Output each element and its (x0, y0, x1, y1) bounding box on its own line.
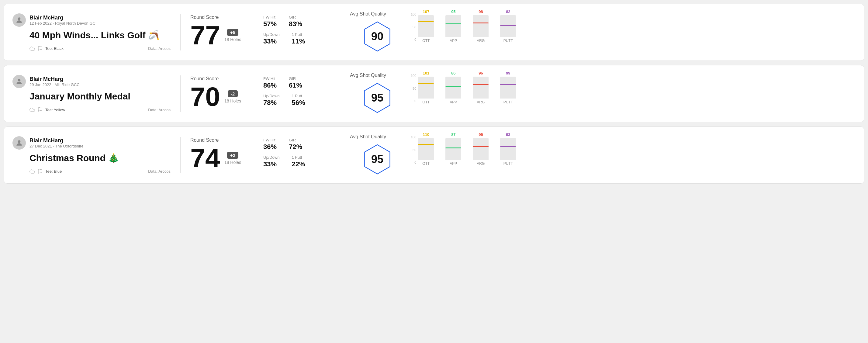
divider-1 (180, 137, 181, 173)
round-card: Blair McHarg 12 Feb 2022 · Royal North D… (4, 4, 864, 61)
y-label-50: 50 (411, 25, 416, 29)
stat-row-top: FW Hit 86% GIR 61% (263, 76, 330, 89)
bar-chart: 101 OTT 86 APP 96 ARG 99 (418, 74, 516, 104)
quality-score: 95 (371, 153, 383, 166)
stat-updown: Up/Down 33% (263, 32, 279, 45)
bar-group-ott: 107 OTT (418, 9, 434, 43)
svg-point-0 (18, 17, 21, 20)
bar-value: 101 (423, 71, 430, 75)
fw-hit-value: 57% (263, 20, 277, 28)
bar-track (473, 76, 489, 98)
fw-hit-label: FW Hit (263, 15, 277, 20)
round-title: January Monthly Medal (30, 91, 170, 101)
y-label-50: 50 (411, 148, 416, 152)
y-label-0: 0 (411, 99, 416, 103)
bar-value: 99 (506, 71, 510, 75)
user-name: Blair McHarg (30, 137, 84, 144)
bar-label: ARG (477, 161, 485, 166)
y-label-50: 50 (411, 87, 416, 90)
y-label-0: 0 (411, 161, 416, 164)
user-date: 12 Feb 2022 · Royal North Devon GC (30, 21, 95, 26)
quality-section: Avg Shot Quality 95 (350, 73, 405, 115)
tee-info: Tee: Yellow (30, 107, 65, 113)
bar-label: APP (450, 100, 457, 104)
oneputt-label: 1 Putt (291, 32, 305, 37)
updown-label: Up/Down (263, 155, 279, 160)
oneputt-label: 1 Putt (291, 155, 305, 160)
user-row: Blair McHarg 29 Jan 2022 · Mill Ride GCC (12, 75, 170, 88)
left-section: Blair McHarg 27 Dec 2021 · The Oxfordshi… (12, 136, 170, 174)
bar-group-app: 87 APP (445, 132, 461, 166)
bar-track (418, 138, 434, 160)
left-section: Blair McHarg 12 Feb 2022 · Royal North D… (12, 13, 170, 52)
bar-track (473, 15, 489, 37)
bar-value: 95 (451, 9, 456, 14)
bar-value: 86 (451, 71, 456, 75)
stat-fw-hit: FW Hit 36% (263, 138, 277, 151)
stat-row-bottom: Up/Down 78% 1 Putt 56% (263, 94, 330, 107)
fw-hit-label: FW Hit (263, 76, 277, 81)
bar-value: 96 (478, 71, 483, 75)
gir-value: 61% (289, 82, 302, 89)
quality-section: Avg Shot Quality 90 (350, 11, 405, 53)
bar-chart: 107 OTT 95 APP 98 ARG 82 (418, 12, 516, 43)
score-badge: +2 18 Holes (224, 152, 241, 165)
stat-oneputt: 1 Putt 56% (291, 94, 305, 107)
bar-group-putt: 99 PUTT (500, 71, 516, 104)
round-card: Blair McHarg 29 Jan 2022 · Mill Ride GCC… (4, 65, 864, 122)
stat-updown: Up/Down 33% (263, 155, 279, 168)
user-info: Blair McHarg 29 Jan 2022 · Mill Ride GCC (30, 76, 80, 87)
updown-label: Up/Down (263, 32, 279, 37)
person-icon (15, 139, 23, 147)
score-label: Round Score (190, 137, 257, 143)
bar-value: 107 (423, 9, 430, 14)
y-axis: 100 50 0 (411, 12, 418, 41)
stat-fw-hit: FW Hit 57% (263, 15, 277, 28)
avatar (12, 13, 26, 27)
bar-label: APP (450, 39, 457, 43)
data-source: Data: Arccos (148, 46, 170, 51)
bar-value: 110 (423, 132, 430, 137)
flag-icon (37, 46, 43, 52)
divider-2 (340, 75, 340, 112)
person-icon (15, 77, 23, 86)
person-icon (15, 16, 23, 24)
stat-gir: GIR 61% (289, 76, 302, 89)
score-main: 70 -2 18 Holes (190, 83, 257, 110)
cloud-icon (30, 169, 35, 174)
cloud-icon (30, 46, 35, 52)
hexagon-container: 90 (350, 20, 405, 53)
user-name: Blair McHarg (30, 14, 95, 21)
bar-label: ARG (477, 39, 485, 43)
bar-group-ott: 110 OTT (418, 132, 434, 166)
gir-label: GIR (289, 15, 302, 20)
y-axis: 100 50 0 (411, 135, 418, 164)
round-card: Blair McHarg 27 Dec 2021 · The Oxfordshi… (4, 126, 864, 184)
chart-section: 100 50 0 101 OTT 86 APP (411, 74, 856, 114)
bar-track (500, 15, 516, 37)
score-number: 74 (190, 145, 220, 172)
y-label-100: 100 (411, 135, 416, 139)
bar-group-arg: 95 ARG (473, 132, 489, 166)
bar-label: PUTT (503, 100, 513, 104)
gir-value: 72% (289, 143, 302, 151)
stat-row-top: FW Hit 36% GIR 72% (263, 138, 330, 151)
stats-section: FW Hit 57% GIR 83% Up/Down 33% 1 Putt (263, 15, 330, 50)
updown-label: Up/Down (263, 94, 279, 98)
bar-value: 98 (478, 9, 483, 14)
score-badge: -2 18 Holes (224, 90, 241, 103)
oneputt-value: 22% (291, 160, 305, 168)
avatar (12, 75, 26, 88)
bar-track (500, 138, 516, 160)
data-source: Data: Arccos (148, 169, 170, 174)
quality-section: Avg Shot Quality 95 (350, 134, 405, 176)
bar-group-ott: 101 OTT (418, 71, 434, 104)
divider-1 (180, 14, 181, 51)
divider-1 (180, 75, 181, 112)
bar-label: OTT (422, 161, 430, 166)
bar-group-arg: 96 ARG (473, 71, 489, 104)
gir-value: 83% (289, 20, 302, 28)
y-label-100: 100 (411, 12, 416, 16)
round-title: 40 Mph Winds... Links Golf 🪃 (30, 30, 170, 40)
score-badge: +5 18 Holes (224, 29, 241, 42)
